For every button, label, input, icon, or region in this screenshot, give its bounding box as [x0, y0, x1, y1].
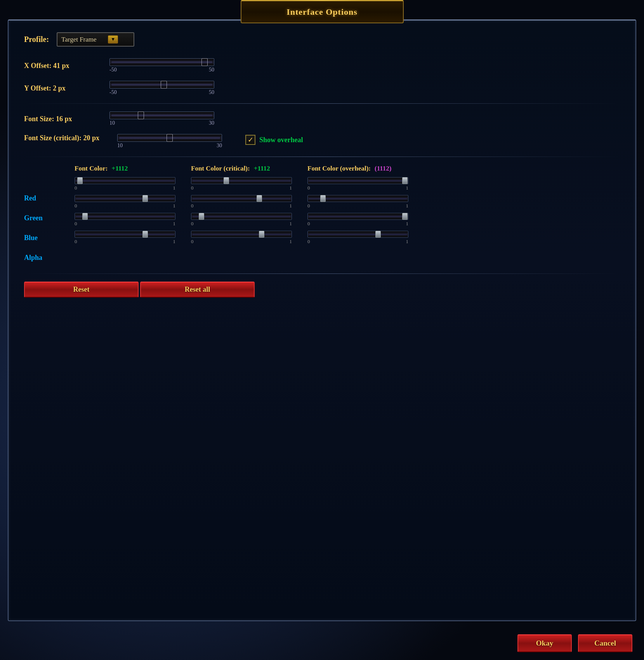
checkbox-check-icon: ✓ — [248, 136, 253, 144]
col2-red-thumb[interactable] — [224, 177, 229, 184]
reset-buttons-area: Reset Reset all — [24, 282, 620, 305]
col2-alpha-range: 0 1 — [191, 239, 292, 245]
col3-blue-range: 0 1 — [307, 221, 408, 227]
col1-red-range: 0 1 — [75, 185, 175, 191]
font-size-slider-group: 10 30 — [109, 111, 214, 126]
profile-dropdown[interactable]: Target Frame ▼ — [57, 32, 134, 47]
y-offset-slider-thumb[interactable] — [161, 81, 167, 89]
font-size-crit-row: Font Size (critical): 20 px 10 30 ✓ Show… — [24, 134, 620, 149]
col2-blue-slider[interactable] — [191, 213, 292, 220]
show-overheal-label: Show overheal — [259, 136, 303, 144]
window-title-bar: Interface Options — [241, 0, 404, 23]
col3-blue-slider[interactable] — [307, 213, 408, 220]
bottom-bar: Okay Cancel — [517, 634, 632, 652]
profile-row: Profile: Target Frame ▼ — [24, 32, 620, 47]
y-offset-slider-group: -50 50 — [109, 81, 214, 96]
font-color-label: Font Color: — [75, 165, 108, 172]
font-color-header: Font Color: +1112 — [75, 165, 187, 172]
color-col-3: Font Color (overheal): (1112) 0 1 — [307, 165, 420, 245]
font-size-crit-slider-thumb[interactable] — [167, 134, 173, 142]
profile-selected: Target Frame — [61, 36, 97, 44]
profile-label: Profile: — [24, 35, 49, 44]
red-label: Red — [24, 194, 51, 202]
reset-button[interactable]: Reset — [24, 282, 139, 298]
okay-button[interactable]: Okay — [517, 634, 572, 652]
col3-alpha-thumb[interactable] — [375, 231, 381, 238]
col1-blue-range: 0 1 — [75, 221, 175, 227]
font-size-slider-track[interactable] — [109, 111, 214, 119]
x-offset-label: X Offset: 41 px — [24, 62, 109, 70]
x-offset-slider-track[interactable] — [109, 58, 214, 66]
col3-green-slider[interactable] — [307, 195, 408, 202]
col1-alpha-slider[interactable] — [75, 231, 175, 238]
x-offset-row: X Offset: 41 px -50 50 — [24, 58, 620, 73]
col3-red-range: 0 1 — [307, 185, 408, 191]
col2-green-range: 0 1 — [191, 203, 292, 209]
red-label-row: Red — [24, 194, 75, 202]
font-size-row: Font Size: 16 px 10 30 — [24, 111, 620, 126]
col2-red-group: 0 1 — [191, 177, 304, 191]
x-offset-slider-thumb[interactable] — [201, 58, 208, 66]
col1-red-slider[interactable] — [75, 177, 175, 184]
y-offset-label: Y Offset: 2 px — [24, 84, 109, 92]
col2-alpha-group: 0 1 — [191, 231, 304, 245]
col1-red-thumb[interactable] — [77, 177, 83, 184]
font-color-critical-preview: +1112 — [254, 165, 270, 172]
font-size-crit-label: Font Size (critical): 20 px — [24, 134, 109, 142]
show-overheal-group: ✓ Show overheal — [245, 134, 303, 145]
col2-green-slider[interactable] — [191, 195, 292, 202]
col1-green-slider[interactable] — [75, 195, 175, 202]
col1-alpha-group: 0 1 — [75, 231, 187, 245]
show-overheal-checkbox[interactable]: ✓ — [245, 135, 255, 145]
col1-green-thumb[interactable] — [142, 195, 148, 202]
blue-label: Blue — [24, 234, 51, 242]
main-panel: Profile: Target Frame ▼ X Offset: 41 px … — [8, 19, 636, 621]
col2-blue-group: 0 1 — [191, 213, 304, 227]
col2-alpha-thumb[interactable] — [259, 231, 264, 238]
col3-red-slider[interactable] — [307, 177, 408, 184]
y-offset-range: -50 50 — [109, 89, 214, 96]
blue-label-row: Blue — [24, 234, 75, 242]
col3-green-thumb[interactable] — [320, 195, 326, 202]
alpha-label: Alpha — [24, 254, 51, 262]
cancel-button[interactable]: Cancel — [578, 634, 632, 652]
col3-alpha-group: 0 1 — [307, 231, 420, 245]
col3-blue-thumb[interactable] — [402, 213, 408, 220]
alpha-label-row: Alpha — [24, 254, 75, 262]
color-col-1: Font Color: +1112 0 1 — [75, 165, 187, 245]
col1-red-group: 0 1 — [75, 177, 187, 191]
col1-blue-thumb[interactable] — [82, 213, 88, 220]
col1-alpha-thumb[interactable] — [142, 231, 148, 238]
col2-red-range: 0 1 — [191, 185, 292, 191]
reset-all-button[interactable]: Reset all — [140, 282, 255, 298]
font-color-overheal-label: Font Color (overheal): — [307, 165, 371, 172]
font-size-slider-thumb[interactable] — [138, 111, 144, 119]
window-title: Interface Options — [286, 7, 358, 17]
rgba-labels-col: Red Green Blue Alpha — [24, 165, 75, 266]
green-label: Green — [24, 214, 51, 222]
col3-green-range: 0 1 — [307, 203, 408, 209]
font-color-preview: +1112 — [111, 165, 128, 172]
col3-red-group: 0 1 — [307, 177, 420, 191]
col3-red-thumb[interactable] — [402, 177, 408, 184]
col3-alpha-slider[interactable] — [307, 231, 408, 238]
green-label-row: Green — [24, 214, 75, 222]
col2-blue-thumb[interactable] — [199, 213, 204, 220]
col1-green-group: 0 1 — [75, 195, 187, 209]
col2-red-slider[interactable] — [191, 177, 292, 184]
font-color-overheal-preview: (1112) — [375, 165, 391, 172]
font-color-critical-label: Font Color (critical): — [191, 165, 250, 172]
font-size-crit-range: 10 30 — [117, 143, 222, 149]
font-color-critical-header: Font Color (critical): +1112 — [191, 165, 304, 172]
col1-blue-slider[interactable] — [75, 213, 175, 220]
col3-alpha-range: 0 1 — [307, 239, 408, 245]
font-size-crit-slider-track[interactable] — [117, 134, 222, 142]
col2-green-thumb[interactable] — [257, 195, 262, 202]
col1-blue-group: 0 1 — [75, 213, 187, 227]
col3-green-group: 0 1 — [307, 195, 420, 209]
dropdown-arrow-icon: ▼ — [108, 35, 118, 44]
font-color-overheal-header: Font Color (overheal): (1112) — [307, 165, 420, 172]
col2-alpha-slider[interactable] — [191, 231, 292, 238]
y-offset-slider-track[interactable] — [109, 81, 214, 89]
col2-blue-range: 0 1 — [191, 221, 292, 227]
